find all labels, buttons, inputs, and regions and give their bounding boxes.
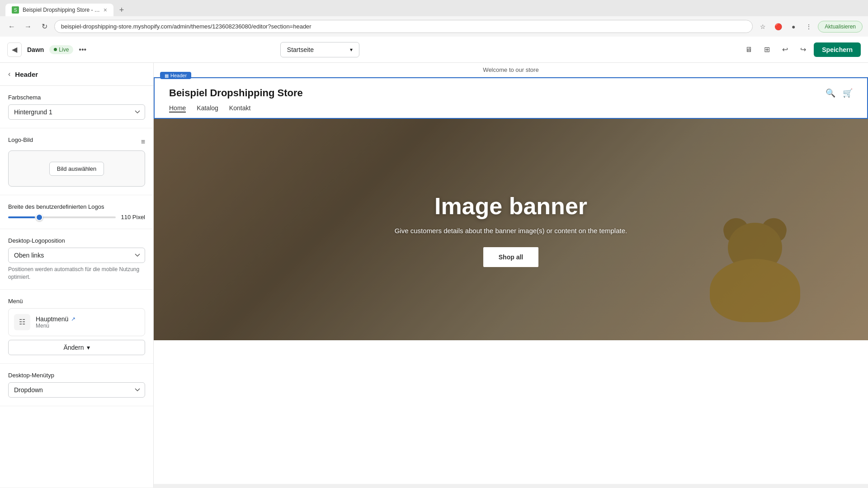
logoposition-section: Desktop-Logoposition Oben links Position… xyxy=(0,229,153,290)
header-icons: 🔍 🛒 xyxy=(826,88,853,98)
profile-button[interactable]: ● xyxy=(787,20,800,33)
logoposition-select[interactable]: Oben links xyxy=(8,248,145,263)
external-link-icon[interactable]: ↗ xyxy=(71,316,75,322)
menu-button[interactable]: ⋮ xyxy=(802,20,815,33)
grid-icon: ▦ xyxy=(165,73,169,78)
sidebar-back-button[interactable]: ‹ xyxy=(8,70,10,78)
back-button[interactable]: ← xyxy=(5,20,18,33)
browser-toolbar: ← → ↻ beispiel-dropshipping-store.myshop… xyxy=(0,16,868,37)
save-button[interactable]: Speichern xyxy=(814,42,861,57)
browser-window: S Beispiel Dropshipping Store - … × + ← … xyxy=(0,0,868,37)
address-bar[interactable]: beispiel-dropshipping-store.myshopify.co… xyxy=(54,20,753,33)
announcement-bar: Welcome to our store xyxy=(154,63,868,77)
nav-item-home[interactable]: Home xyxy=(169,104,186,113)
menu-item-type: Menü xyxy=(36,323,75,329)
logo-field-header: Logo-Bild ≡ xyxy=(8,136,145,147)
editor-header: ◀ Dawn Live ••• Startseite ▾ 🖥 ⊞ ↩ ↪ Spe… xyxy=(0,37,868,63)
announcement-text: Welcome to our store xyxy=(483,66,538,73)
shopify-editor: ◀ Dawn Live ••• Startseite ▾ 🖥 ⊞ ↩ ↪ Spe… xyxy=(0,37,868,488)
slider-row: 110 Pixel xyxy=(8,214,145,221)
undo-button[interactable]: ↩ xyxy=(778,42,792,57)
logo-width-section: Breite des benutzerdefinierten Logos 110… xyxy=(0,195,153,229)
editor-back-button[interactable]: ◀ xyxy=(7,42,22,57)
live-badge: Live xyxy=(49,45,73,54)
cart-icon[interactable]: 🛒 xyxy=(843,88,853,98)
editor-body: ‹ Header Farbschema Hintergrund 1 Logo-B… xyxy=(0,63,868,488)
change-menu-button[interactable]: Ändern ▾ xyxy=(8,340,145,355)
header-badge: ▦ Header xyxy=(160,72,191,79)
chevron-down-icon: ▾ xyxy=(350,47,353,53)
bookmark-button[interactable]: ☆ xyxy=(756,20,769,33)
store-name: Beispiel Dropshipping Store xyxy=(169,87,303,99)
farbschema-select[interactable]: Hintergrund 1 xyxy=(8,104,145,120)
breite-label: Breite des benutzerdefinierten Logos xyxy=(8,203,145,210)
extension-button[interactable]: 🔴 xyxy=(772,20,784,33)
store-header-inner: Beispiel Dropshipping Store 🔍 🛒 xyxy=(155,78,867,104)
new-tab-button[interactable]: + xyxy=(115,4,128,16)
change-btn-chevron-icon: ▾ xyxy=(87,344,90,351)
browser-actions: ☆ 🔴 ● ⋮ Aktualisieren xyxy=(756,20,863,33)
preview-area: Welcome to our store ▦ Header Beispiel D… xyxy=(154,63,868,488)
menu-item-card: ☷ Hauptmenü ↗ Menü xyxy=(8,308,145,336)
store-preview: ▦ Header Beispiel Dropshipping Store 🔍 🛒… xyxy=(154,77,868,484)
header-badge-label: Header xyxy=(170,73,187,78)
reload-button[interactable]: ↻ xyxy=(38,20,51,33)
address-text: beispiel-dropshipping-store.myshopify.co… xyxy=(61,23,746,30)
active-tab[interactable]: S Beispiel Dropshipping Store - … × xyxy=(5,4,113,16)
desktop-menu-type-section: Desktop-Menütyp Dropdown xyxy=(0,364,153,406)
tab-bar: S Beispiel Dropshipping Store - … × + xyxy=(0,0,868,16)
store-header-section: ▦ Header Beispiel Dropshipping Store 🔍 🛒… xyxy=(154,77,868,119)
logo-label: Logo-Bild xyxy=(8,136,33,143)
page-dropdown-trigger[interactable]: Startseite ▾ xyxy=(280,42,359,57)
menu-section: Menü ☷ Hauptmenü ↗ Menü Ändern ▾ xyxy=(0,290,153,364)
menu-item-name: Hauptmenü ↗ xyxy=(36,315,75,323)
tab-title: Beispiel Dropshipping Store - … xyxy=(23,7,100,13)
position-helper-text: Positionen werden automatisch für die mo… xyxy=(8,266,145,281)
device-toggle-button[interactable]: 🖥 xyxy=(741,42,756,57)
page-select-dropdown[interactable]: Startseite ▾ xyxy=(280,42,359,57)
farbschema-section: Farbschema Hintergrund 1 xyxy=(0,86,153,128)
sidebar-title: Header xyxy=(15,70,38,78)
farbschema-label: Farbschema xyxy=(8,94,145,101)
nav-item-katalog[interactable]: Katalog xyxy=(197,104,218,113)
menu-item-info: Hauptmenü ↗ Menü xyxy=(36,315,75,329)
logo-section: Logo-Bild ≡ Bild auswählen xyxy=(0,128,153,195)
menu-label: Menü xyxy=(8,298,145,305)
pug-body xyxy=(710,259,800,322)
update-button[interactable]: Aktualisieren xyxy=(818,21,863,33)
live-label: Live xyxy=(59,47,69,53)
store-navigation: Home Katalog Kontakt xyxy=(155,104,867,118)
sidebar-header: ‹ Header xyxy=(0,63,153,86)
live-dot xyxy=(54,48,57,51)
nav-item-kontakt[interactable]: Kontakt xyxy=(229,104,250,113)
settings-panel: ‹ Header Farbschema Hintergrund 1 Logo-B… xyxy=(0,63,154,488)
inspector-button[interactable]: ⊞ xyxy=(760,42,774,57)
hero-title: Image banner xyxy=(395,192,627,220)
slider-value: 110 Pixel xyxy=(121,214,145,221)
tab-close-button[interactable]: × xyxy=(104,6,107,14)
more-button[interactable]: ••• xyxy=(79,46,86,54)
forward-button[interactable]: → xyxy=(22,20,34,33)
logo-upload-area[interactable]: Bild auswählen xyxy=(8,150,145,187)
desktop-menu-select[interactable]: Dropdown xyxy=(8,382,145,398)
shop-all-button[interactable]: Shop all xyxy=(483,247,538,267)
logo-width-slider[interactable] xyxy=(8,216,116,218)
search-icon[interactable]: 🔍 xyxy=(826,88,835,98)
desktop-menu-label: Desktop-Menütyp xyxy=(8,372,145,379)
logoposition-label: Desktop-Logoposition xyxy=(8,237,145,244)
pug-decoration xyxy=(687,205,823,340)
hero-banner: Image banner Give customers details abou… xyxy=(154,119,868,340)
hero-subtitle: Give customers details about the banner … xyxy=(395,227,627,235)
redo-button[interactable]: ↪ xyxy=(796,42,810,57)
tab-favicon: S xyxy=(12,6,19,14)
stack-icon: ≡ xyxy=(141,138,145,146)
theme-name: Dawn xyxy=(27,46,44,53)
page-dropdown-value: Startseite xyxy=(287,46,314,53)
editor-tools: 🖥 ⊞ ↩ ↪ Speichern xyxy=(741,42,861,57)
upload-button[interactable]: Bild auswählen xyxy=(49,162,104,176)
menu-icon: ☷ xyxy=(14,314,30,330)
hero-content: Image banner Give customers details abou… xyxy=(395,192,627,267)
